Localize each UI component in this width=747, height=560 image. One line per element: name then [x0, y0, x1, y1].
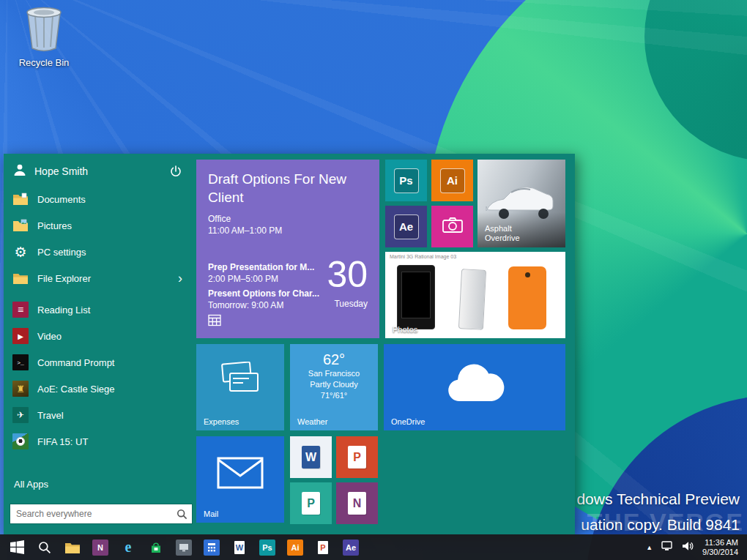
taskbar-remote-desktop-icon[interactable] [170, 534, 198, 560]
start-menu-header: Hope Smith [4, 157, 191, 186]
calendar-next2-title: Present Options for Char... [208, 288, 319, 299]
tray-expand-icon[interactable]: ▲ [646, 544, 653, 551]
taskbar-store-icon[interactable] [142, 534, 170, 560]
volume-icon[interactable] [682, 541, 694, 554]
sidebar-item-file-explorer[interactable]: File Explorer › [4, 265, 191, 291]
tile-onenote[interactable]: N [336, 482, 378, 524]
menu-item-label: Reading List [37, 305, 90, 316]
tile-illustrator[interactable]: Ai [431, 160, 473, 201]
word-icon: W [302, 446, 320, 468]
weather-high-low: 71°/61° [290, 390, 378, 401]
menu-item-label: File Explorer [37, 273, 91, 284]
gear-icon: ⚙ [12, 244, 29, 260]
taskbar-after-effects-icon[interactable]: Ae [337, 534, 365, 560]
taskbar-powerpoint-icon[interactable]: P [309, 534, 337, 560]
tile-photos[interactable]: Martini 3G Rational Image 03 Photos [385, 252, 565, 338]
network-icon[interactable] [661, 541, 673, 554]
sidebar-item-pictures[interactable]: Pictures [4, 212, 191, 239]
tile-onedrive[interactable]: OneDrive [384, 344, 565, 430]
menu-item-label: Travel [37, 410, 64, 421]
weather-label: Weather [297, 417, 327, 426]
sidebar-item-pc-settings[interactable]: ⚙ PC settings [4, 239, 191, 265]
tile-camera[interactable] [431, 206, 473, 247]
taskbar-search-icon[interactable] [31, 534, 59, 560]
taskbar-onenote-icon[interactable]: N [86, 534, 114, 560]
start-button[interactable] [3, 534, 31, 560]
tile-asphalt-overdrive[interactable]: Asphalt Overdrive [477, 160, 565, 247]
reading-list-icon: ≡ [12, 302, 29, 318]
sidebar-item-aoe-castle-siege[interactable]: ♜ AoE: Castle Siege [4, 376, 191, 402]
wallpaper-teal-disc [644, 0, 747, 161]
tile-after-effects[interactable]: Ae [385, 206, 427, 247]
menu-item-label: FIFA 15: UT [37, 436, 88, 447]
video-icon: ▶ [12, 328, 29, 344]
asphalt-label: Asphalt Overdrive [485, 224, 543, 243]
sidebar-item-fifa-15[interactable]: FIFA 15: UT [4, 428, 191, 455]
taskbar-clock[interactable]: 11:36 AM 9/30/2014 [702, 538, 738, 557]
file-explorer-icon [12, 270, 29, 286]
after-effects-icon: Ae [394, 214, 419, 239]
calendar-day-name: Tuesday [334, 299, 368, 309]
tile-word[interactable]: W [290, 436, 332, 478]
search-box [10, 504, 193, 524]
tile-photoshop[interactable]: Ps [385, 160, 427, 201]
photoshop-icon: Ps [394, 168, 419, 193]
recycle-bin-label: Recycle Bin [9, 57, 79, 68]
recycle-bin[interactable]: Recycle Bin [9, 6, 79, 68]
calendar-event-time: 11:00 AM–1:00 PM [208, 225, 282, 236]
tile-expenses[interactable]: Expenses [196, 344, 284, 430]
watermark-line1: dows Technical Preview [576, 486, 740, 512]
system-tray: ▲ 11:36 AM 9/30/2014 [646, 538, 744, 557]
user-avatar-icon[interactable] [12, 163, 27, 180]
taskbar-calculator-icon[interactable] [198, 534, 226, 560]
command-prompt-icon: >_ [12, 354, 29, 370]
menu-item-label: Documents [37, 194, 86, 205]
menu-item-label: Pictures [37, 220, 72, 231]
pictures-folder-icon [12, 217, 29, 234]
power-button[interactable] [169, 165, 182, 178]
illustrator-icon: Ai [440, 168, 465, 193]
taskbar-photoshop-icon[interactable]: Ps [253, 534, 281, 560]
mail-label: Mail [204, 509, 218, 518]
onedrive-label: OneDrive [391, 417, 425, 426]
documents-folder-icon [12, 191, 29, 207]
tile-publisher[interactable]: P [290, 482, 332, 524]
taskbar-illustrator-icon[interactable]: Ai [281, 534, 309, 560]
taskbar-file-explorer-icon[interactable] [59, 534, 86, 560]
all-apps-button[interactable]: All Apps [4, 473, 191, 495]
calendar-next2-time: Tomorrow: 9:00 AM [208, 300, 283, 310]
castle-siege-icon: ♜ [12, 381, 29, 397]
fifa-icon [12, 433, 29, 449]
sidebar-item-reading-list[interactable]: ≡ Reading List [4, 296, 191, 323]
recycle-bin-icon [23, 42, 65, 55]
tile-weather[interactable]: 62° San Francisco Partly Cloudy 71°/61° … [290, 344, 378, 430]
expenses-label: Expenses [204, 417, 239, 426]
tile-mail[interactable]: Mail [196, 436, 284, 523]
photos-label: Photos [393, 325, 417, 334]
weather-temperature: 62° [290, 351, 378, 368]
taskbar-internet-explorer-icon[interactable]: e [114, 534, 142, 560]
sidebar-item-video[interactable]: ▶ Video [4, 323, 191, 349]
camera-icon [442, 217, 464, 237]
silver-phone-image [458, 269, 486, 330]
menu-item-label: Command Prompt [37, 357, 114, 368]
taskbar-word-icon[interactable]: W [226, 534, 253, 560]
calendar-next-time: 2:00 PM–5:00 PM [208, 274, 278, 284]
search-icon[interactable] [171, 504, 192, 524]
clock-time: 11:36 AM [702, 538, 738, 548]
watermark-line2: uation copy. Build 9841 [576, 512, 740, 537]
mail-envelope-icon [216, 455, 264, 493]
sidebar-item-travel[interactable]: ✈ Travel [4, 402, 191, 428]
calendar-event-title: Draft Options For New Client [208, 170, 354, 206]
chevron-right-icon: › [178, 272, 182, 285]
build-watermark: dows Technical Preview uation copy. Buil… [576, 486, 740, 537]
tile-powerpoint[interactable]: P [336, 436, 378, 478]
taskbar: N e W Ps Ai P Ae ▲ 11:36 AM 9/30/2014 [0, 534, 747, 560]
user-name[interactable]: Hope Smith [34, 165, 88, 177]
sidebar-item-documents[interactable]: Documents [4, 186, 191, 212]
weather-condition: Partly Cloudy [290, 379, 378, 390]
tile-calendar[interactable]: Draft Options For New Client Office 11:0… [196, 160, 379, 338]
search-input[interactable] [10, 509, 171, 519]
clock-date: 9/30/2014 [702, 548, 738, 557]
sidebar-item-command-prompt[interactable]: >_ Command Prompt [4, 349, 191, 376]
